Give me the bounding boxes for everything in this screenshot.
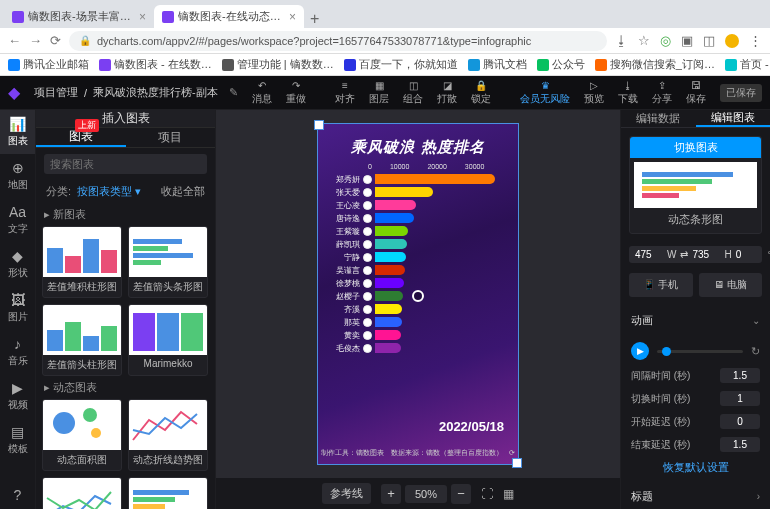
rank-name: 那英 bbox=[330, 317, 360, 328]
redo-button[interactable]: ↷重做 bbox=[286, 80, 306, 106]
share-button[interactable]: ⇪分享 bbox=[652, 80, 672, 106]
rail-help[interactable]: ? bbox=[0, 481, 35, 509]
bookmark[interactable]: 公众号 bbox=[537, 57, 585, 72]
loop-icon[interactable]: ↻ bbox=[751, 345, 760, 358]
close-icon[interactable]: × bbox=[289, 10, 296, 24]
layer-button[interactable]: ▦图层 bbox=[369, 80, 389, 106]
share-icon[interactable]: ⭳ bbox=[615, 33, 628, 48]
progress-slider[interactable] bbox=[657, 350, 743, 353]
browser-tab[interactable]: 镝数图表-场景丰富的免费在线… × bbox=[4, 5, 154, 28]
avatar-icon[interactable] bbox=[725, 34, 739, 48]
anim-group[interactable]: 动画⌄ bbox=[621, 307, 770, 334]
enddelay-input[interactable]: 1.5 bbox=[720, 437, 760, 452]
group-button[interactable]: ◫组合 bbox=[403, 80, 423, 106]
rail-map[interactable]: ⊕地图 bbox=[0, 154, 35, 198]
save-button[interactable]: 🖫保存 bbox=[686, 80, 706, 106]
avatar-dot bbox=[363, 318, 372, 327]
bookmark[interactable]: 腾讯文档 bbox=[468, 57, 527, 72]
interval-input[interactable]: 1.5 bbox=[720, 368, 760, 383]
menu-icon[interactable]: ⋮ bbox=[749, 33, 762, 48]
rail-charts[interactable]: 📊图表 bbox=[0, 110, 35, 154]
device-mobile[interactable]: 📱 手机 bbox=[629, 273, 693, 297]
grid-button[interactable]: ▦ bbox=[503, 487, 514, 501]
ext-icon[interactable]: ◎ bbox=[660, 33, 671, 48]
fit-button[interactable]: ⛶ bbox=[481, 487, 493, 501]
search-input[interactable] bbox=[44, 154, 207, 174]
rail-video[interactable]: ▶视频 bbox=[0, 374, 35, 418]
rank-row: 王心凌 bbox=[330, 200, 506, 211]
chart-card[interactable]: VIPNEW差值堆积柱形图 bbox=[42, 226, 122, 298]
guideline-button[interactable]: 参考线 bbox=[322, 483, 371, 504]
lock-button[interactable]: 🔒锁定 bbox=[471, 80, 491, 106]
back-icon[interactable]: ← bbox=[8, 33, 21, 48]
chart-card[interactable]: VIPNEW差值箭头条形图 bbox=[128, 226, 208, 298]
startdelay-input[interactable]: 0 bbox=[720, 414, 760, 429]
chart-footer: 制作工具：镝数图表 数据来源：镝数（整理自百度指数） ⟳ bbox=[318, 448, 518, 458]
download-button[interactable]: ⭳下载 bbox=[618, 80, 638, 106]
rail-shape[interactable]: ◆形状 bbox=[0, 242, 35, 286]
ungroup-button[interactable]: ◪打散 bbox=[437, 80, 457, 106]
logo-icon[interactable]: ◆ bbox=[8, 83, 20, 102]
zoom-value[interactable]: 50% bbox=[405, 485, 447, 503]
play-button[interactable]: ▶ bbox=[631, 342, 649, 360]
undo-button[interactable]: ↶消息 bbox=[252, 80, 272, 106]
canvas-viewport[interactable]: 乘风破浪 热度排名 0100002000030000 郑秀妍张天爱王心凌唐诗逸王… bbox=[216, 110, 620, 477]
zoom-in-button[interactable]: + bbox=[381, 484, 401, 504]
bookmark[interactable]: 镝数图表 - 在线数… bbox=[99, 57, 212, 72]
reset-button[interactable]: 恢复默认设置 bbox=[621, 456, 770, 479]
close-icon[interactable]: × bbox=[139, 10, 146, 24]
bookmark[interactable]: 搜狗微信搜索_订阅… bbox=[595, 57, 715, 72]
avatar-dot bbox=[363, 292, 372, 301]
star-icon[interactable]: ☆ bbox=[638, 33, 650, 48]
vip-button[interactable]: ♛会员无风险 bbox=[520, 80, 570, 106]
bookmark[interactable]: 首页 - Canva可画 bbox=[725, 57, 770, 72]
tab-edit-chart[interactable]: 编辑图表 bbox=[696, 110, 771, 127]
bookmark[interactable]: 管理功能 | 镝数数… bbox=[222, 57, 334, 72]
collapse-all[interactable]: 收起全部 bbox=[161, 184, 205, 199]
switch-chart-button[interactable]: 切换图表 bbox=[630, 137, 761, 158]
project-root[interactable]: 项目管理 bbox=[34, 85, 78, 100]
rail-music[interactable]: ♪音乐 bbox=[0, 330, 35, 374]
forward-icon[interactable]: → bbox=[29, 33, 42, 48]
chart-card[interactable]: VIP动态折线趋势图 bbox=[128, 399, 208, 471]
edit-icon[interactable]: ✎ bbox=[229, 86, 238, 99]
tab-projects[interactable]: 项目 bbox=[126, 128, 216, 147]
rotation-input[interactable] bbox=[736, 249, 764, 260]
align-button[interactable]: ≡对齐 bbox=[335, 80, 355, 106]
browser-tabs: 镝数图表-场景丰富的免费在线… × 镝数图表-在线动态图表工具-… × + bbox=[0, 0, 770, 28]
zoom-out-button[interactable]: − bbox=[451, 484, 471, 504]
bookmark[interactable]: 百度一下，你就知道 bbox=[344, 57, 458, 72]
tab-edit-data[interactable]: 编辑数据 bbox=[621, 110, 696, 127]
browser-tab-active[interactable]: 镝数图表-在线动态图表工具-… × bbox=[154, 5, 304, 28]
ext-icon[interactable]: ▣ bbox=[681, 33, 693, 48]
url-input[interactable]: 🔒 dycharts.com/appv2/#/pages/workspace?p… bbox=[69, 31, 607, 51]
rail-image[interactable]: 🖼图片 bbox=[0, 286, 35, 330]
preview-button[interactable]: ▷预览 bbox=[584, 80, 604, 106]
rail-text[interactable]: Aa文字 bbox=[0, 198, 35, 242]
saved-badge: 已保存 bbox=[720, 84, 762, 102]
device-desktop[interactable]: 🖥 电脑 bbox=[699, 273, 763, 297]
chart-card[interactable]: VIP动态折线变化图 bbox=[42, 477, 122, 509]
chart-title: 乘风破浪 热度排名 bbox=[318, 124, 518, 163]
bookmark[interactable]: 腾讯企业邮箱 bbox=[8, 57, 89, 72]
rank-bar bbox=[375, 187, 433, 197]
rail-template[interactable]: ▤模板 bbox=[0, 418, 35, 462]
height-input[interactable] bbox=[692, 249, 720, 260]
chart-grid-2: VIP动态面积图 VIP动态折线趋势图 VIP动态折线变化图 VIP动态条形图 bbox=[36, 399, 215, 509]
lock-aspect-icon[interactable]: ⇄ bbox=[680, 249, 688, 260]
project-name-input[interactable] bbox=[93, 87, 223, 99]
chart-card[interactable]: VIP动态面积图 bbox=[42, 399, 122, 471]
rank-bar bbox=[375, 304, 402, 314]
reload-icon[interactable]: ⟳ bbox=[50, 33, 61, 48]
switch-input[interactable]: 1 bbox=[720, 391, 760, 406]
new-tab-button[interactable]: + bbox=[304, 10, 325, 28]
chart-card[interactable]: VIPNEWMarimekko bbox=[128, 304, 208, 376]
chart-preview: 切换图表 动态条形图 bbox=[629, 136, 762, 234]
ext-icon[interactable]: ◫ bbox=[703, 33, 715, 48]
title-group[interactable]: 标题› bbox=[621, 483, 770, 509]
chart-card[interactable]: VIP动态条形图 bbox=[128, 477, 208, 509]
chart-card[interactable]: VIPNEW差值箭头柱形图 bbox=[42, 304, 122, 376]
tab-charts[interactable]: 图表 上新 bbox=[36, 128, 126, 147]
width-input[interactable] bbox=[635, 249, 663, 260]
filter-dropdown[interactable]: 按图表类型 ▾ bbox=[77, 184, 141, 199]
